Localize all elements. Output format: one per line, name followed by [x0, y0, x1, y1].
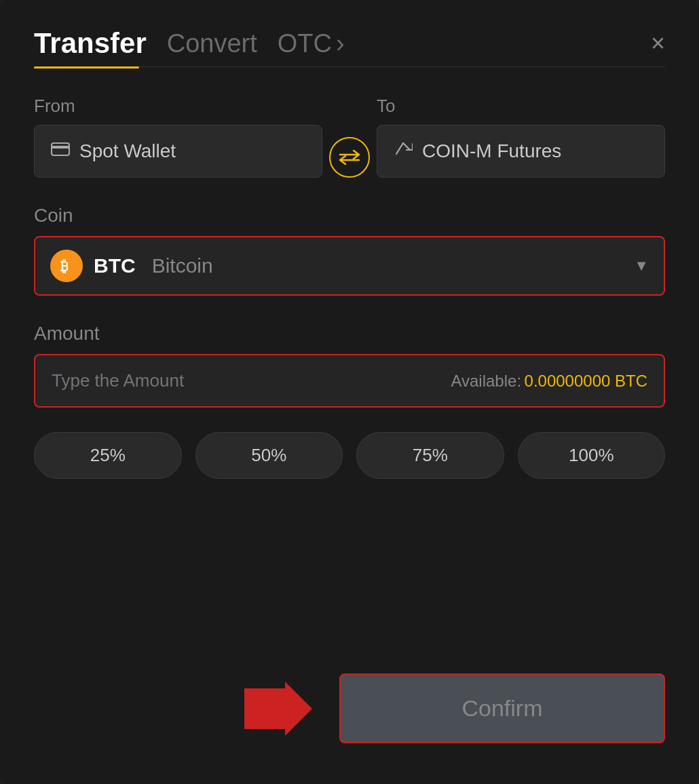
coin-chevron-icon: ▼ — [634, 257, 649, 275]
arrow-container — [244, 678, 312, 739]
btc-icon: ₿ — [50, 250, 83, 282]
coin-name: Bitcoin — [152, 254, 213, 277]
tab-underline-active — [34, 66, 139, 68]
from-to-section: From Spot Wallet To — [34, 96, 665, 178]
wallet-icon — [51, 142, 70, 160]
amount-input[interactable] — [52, 370, 451, 391]
tab-convert[interactable]: Convert — [167, 29, 257, 58]
to-wallet-selector[interactable]: COIN-M Futures — [377, 125, 665, 178]
tab-transfer[interactable]: Transfer — [34, 27, 147, 60]
svg-rect-0 — [52, 143, 69, 155]
svg-text:₿: ₿ — [60, 258, 68, 275]
amount-box: Available: 0.00000000 BTC — [34, 354, 665, 408]
pct-25-button[interactable]: 25% — [34, 432, 182, 479]
percentage-row: 25% 50% 75% 100% — [34, 432, 665, 479]
coin-label: Coin — [34, 205, 665, 227]
coin-selector[interactable]: ₿ BTC Bitcoin ▼ — [34, 236, 665, 296]
swap-container — [322, 137, 377, 178]
from-label: From — [34, 96, 322, 117]
svg-marker-3 — [244, 682, 312, 736]
confirm-section: Confirm — [34, 673, 665, 743]
amount-section: Amount Available: 0.00000000 BTC — [34, 323, 665, 432]
to-wallet-name: COIN-M Futures — [422, 140, 561, 162]
amount-label: Amount — [34, 323, 665, 345]
arrow-icon — [244, 682, 312, 736]
close-button[interactable]: × — [651, 31, 665, 56]
tab-underline-bar — [34, 66, 665, 68]
coin-symbol: BTC — [94, 254, 136, 277]
pct-100-button[interactable]: 100% — [518, 432, 666, 479]
confirm-button[interactable]: Confirm — [339, 673, 665, 743]
to-label: To — [377, 96, 665, 117]
swap-button[interactable] — [329, 137, 370, 178]
pct-50-button[interactable]: 50% — [195, 432, 343, 479]
from-wallet-selector[interactable]: Spot Wallet — [34, 125, 322, 178]
available-value: 0.00000000 BTC — [525, 372, 647, 390]
from-side: From Spot Wallet — [34, 96, 322, 178]
pct-75-button[interactable]: 75% — [356, 432, 504, 479]
modal-header: Transfer Convert OTC › × — [34, 27, 665, 60]
transfer-modal: Transfer Convert OTC › × From Spot Wa — [0, 0, 699, 784]
futures-icon — [394, 140, 413, 162]
coin-section: Coin ₿ BTC Bitcoin ▼ — [34, 205, 665, 323]
svg-rect-1 — [52, 146, 69, 149]
available-label: Available: 0.00000000 BTC — [451, 372, 647, 391]
tab-otc[interactable]: OTC › — [278, 29, 345, 58]
to-side: To COIN-M Futures — [377, 96, 665, 178]
from-wallet-name: Spot Wallet — [79, 140, 176, 162]
